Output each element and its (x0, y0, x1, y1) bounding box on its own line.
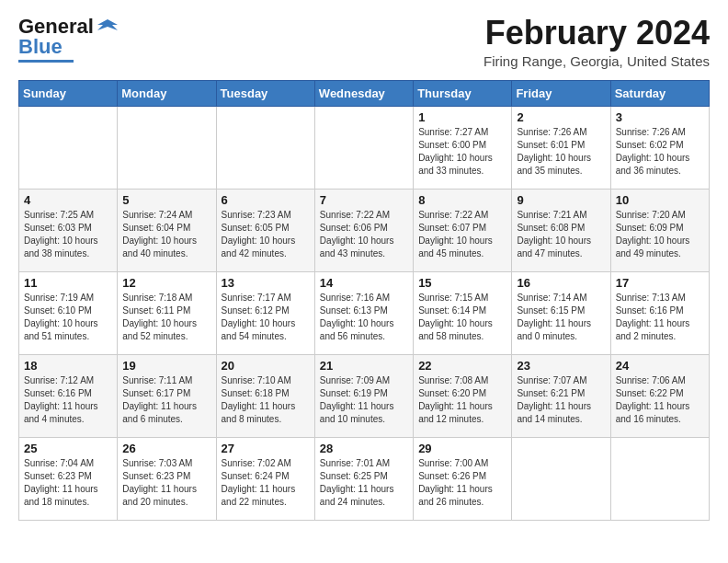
day-number: 14 (320, 276, 408, 290)
calendar-cell: 13Sunrise: 7:17 AM Sunset: 6:12 PM Dayli… (216, 271, 314, 354)
calendar-cell (610, 437, 709, 520)
day-info: Sunrise: 7:17 AM Sunset: 6:12 PM Dayligh… (222, 292, 310, 343)
day-number: 10 (616, 193, 704, 207)
day-info: Sunrise: 7:09 AM Sunset: 6:19 PM Dayligh… (320, 374, 408, 426)
calendar-cell: 8Sunrise: 7:22 AM Sunset: 6:07 PM Daylig… (414, 189, 512, 271)
header-day-monday: Monday (118, 80, 216, 106)
calendar-cell: 21Sunrise: 7:09 AM Sunset: 6:19 PM Dayli… (314, 354, 413, 437)
day-info: Sunrise: 7:13 AM Sunset: 6:16 PM Dayligh… (616, 292, 704, 343)
day-info: Sunrise: 7:26 AM Sunset: 6:02 PM Dayligh… (616, 126, 704, 178)
day-number: 5 (122, 193, 210, 207)
day-number: 2 (517, 110, 605, 124)
day-info: Sunrise: 7:20 AM Sunset: 6:09 PM Dayligh… (616, 209, 704, 260)
calendar-cell: 17Sunrise: 7:13 AM Sunset: 6:16 PM Dayli… (610, 271, 709, 354)
calendar-cell: 16Sunrise: 7:14 AM Sunset: 6:15 PM Dayli… (512, 271, 610, 354)
header-day-sunday: Sunday (19, 80, 118, 106)
week-row-1: 4Sunrise: 7:25 AM Sunset: 6:03 PM Daylig… (19, 189, 710, 271)
day-info: Sunrise: 7:01 AM Sunset: 6:25 PM Dayligh… (320, 457, 408, 509)
day-number: 19 (122, 359, 210, 373)
day-number: 4 (24, 193, 112, 207)
calendar-cell (512, 437, 610, 520)
header-day-friday: Friday (512, 80, 610, 106)
day-number: 16 (517, 276, 605, 290)
header: General Blue February 2024 Firing Range,… (18, 15, 710, 69)
calendar-cell: 27Sunrise: 7:02 AM Sunset: 6:24 PM Dayli… (216, 437, 314, 520)
calendar-cell: 10Sunrise: 7:20 AM Sunset: 6:09 PM Dayli… (610, 189, 709, 271)
day-info: Sunrise: 7:25 AM Sunset: 6:03 PM Dayligh… (24, 209, 112, 260)
calendar-cell: 2Sunrise: 7:26 AM Sunset: 6:01 PM Daylig… (512, 106, 610, 189)
week-row-3: 18Sunrise: 7:12 AM Sunset: 6:16 PM Dayli… (19, 354, 710, 437)
day-info: Sunrise: 7:10 AM Sunset: 6:18 PM Dayligh… (222, 374, 310, 426)
day-info: Sunrise: 7:02 AM Sunset: 6:24 PM Dayligh… (222, 457, 310, 509)
location-title: Firing Range, Georgia, United States (483, 53, 710, 69)
logo-blue: Blue (18, 35, 63, 58)
day-info: Sunrise: 7:24 AM Sunset: 6:04 PM Dayligh… (122, 209, 210, 260)
calendar-cell: 29Sunrise: 7:00 AM Sunset: 6:26 PM Dayli… (414, 437, 512, 520)
calendar-cell: 28Sunrise: 7:01 AM Sunset: 6:25 PM Dayli… (314, 437, 413, 520)
calendar-cell: 9Sunrise: 7:21 AM Sunset: 6:08 PM Daylig… (512, 189, 610, 271)
calendar-cell: 20Sunrise: 7:10 AM Sunset: 6:18 PM Dayli… (216, 354, 314, 437)
day-number: 1 (418, 110, 506, 124)
day-info: Sunrise: 7:22 AM Sunset: 6:06 PM Dayligh… (320, 209, 408, 260)
calendar-cell: 11Sunrise: 7:19 AM Sunset: 6:10 PM Dayli… (19, 271, 118, 354)
day-info: Sunrise: 7:16 AM Sunset: 6:13 PM Dayligh… (320, 292, 408, 343)
day-info: Sunrise: 7:21 AM Sunset: 6:08 PM Dayligh… (517, 209, 605, 260)
day-info: Sunrise: 7:03 AM Sunset: 6:23 PM Dayligh… (122, 457, 210, 509)
day-number: 6 (222, 193, 310, 207)
day-number: 22 (418, 359, 506, 373)
header-day-tuesday: Tuesday (216, 80, 314, 106)
calendar-cell (314, 106, 413, 189)
calendar-cell: 6Sunrise: 7:23 AM Sunset: 6:05 PM Daylig… (216, 189, 314, 271)
day-info: Sunrise: 7:07 AM Sunset: 6:21 PM Dayligh… (517, 374, 605, 426)
day-number: 11 (24, 276, 112, 290)
day-info: Sunrise: 7:22 AM Sunset: 6:07 PM Dayligh… (418, 209, 506, 260)
calendar-cell: 4Sunrise: 7:25 AM Sunset: 6:03 PM Daylig… (19, 189, 118, 271)
logo-underline (18, 60, 74, 63)
day-info: Sunrise: 7:15 AM Sunset: 6:14 PM Dayligh… (418, 292, 506, 343)
calendar-cell: 24Sunrise: 7:06 AM Sunset: 6:22 PM Dayli… (610, 354, 709, 437)
calendar-cell: 12Sunrise: 7:18 AM Sunset: 6:11 PM Dayli… (118, 271, 216, 354)
day-number: 24 (616, 359, 704, 373)
day-info: Sunrise: 7:06 AM Sunset: 6:22 PM Dayligh… (616, 374, 704, 426)
calendar-cell: 23Sunrise: 7:07 AM Sunset: 6:21 PM Dayli… (512, 354, 610, 437)
day-number: 3 (616, 110, 704, 124)
day-number: 12 (122, 276, 210, 290)
calendar-cell (118, 106, 216, 189)
header-day-wednesday: Wednesday (314, 80, 413, 106)
day-info: Sunrise: 7:00 AM Sunset: 6:26 PM Dayligh… (418, 457, 506, 509)
calendar-header-row: SundayMondayTuesdayWednesdayThursdayFrid… (19, 80, 710, 106)
day-info: Sunrise: 7:18 AM Sunset: 6:11 PM Dayligh… (122, 292, 210, 343)
calendar-table: SundayMondayTuesdayWednesdayThursdayFrid… (18, 80, 710, 521)
day-info: Sunrise: 7:23 AM Sunset: 6:05 PM Dayligh… (222, 209, 310, 260)
day-number: 9 (517, 193, 605, 207)
calendar-cell: 15Sunrise: 7:15 AM Sunset: 6:14 PM Dayli… (414, 271, 512, 354)
calendar-cell: 25Sunrise: 7:04 AM Sunset: 6:23 PM Dayli… (19, 437, 118, 520)
logo: General Blue (18, 15, 118, 63)
month-title: February 2024 (483, 15, 710, 52)
day-number: 29 (418, 442, 506, 455)
title-area: February 2024 Firing Range, Georgia, Uni… (483, 15, 710, 69)
svg-marker-0 (97, 19, 118, 30)
day-number: 18 (24, 359, 112, 373)
day-info: Sunrise: 7:08 AM Sunset: 6:20 PM Dayligh… (418, 374, 506, 426)
day-number: 21 (320, 359, 408, 373)
week-row-0: 1Sunrise: 7:27 AM Sunset: 6:00 PM Daylig… (19, 106, 710, 189)
calendar-cell: 1Sunrise: 7:27 AM Sunset: 6:00 PM Daylig… (414, 106, 512, 189)
day-number: 15 (418, 276, 506, 290)
day-number: 25 (24, 442, 112, 455)
calendar-cell (216, 106, 314, 189)
day-info: Sunrise: 7:12 AM Sunset: 6:16 PM Dayligh… (24, 374, 112, 426)
calendar-cell: 3Sunrise: 7:26 AM Sunset: 6:02 PM Daylig… (610, 106, 709, 189)
day-number: 7 (320, 193, 408, 207)
day-info: Sunrise: 7:11 AM Sunset: 6:17 PM Dayligh… (122, 374, 210, 426)
calendar-cell: 5Sunrise: 7:24 AM Sunset: 6:04 PM Daylig… (118, 189, 216, 271)
day-number: 27 (222, 442, 310, 455)
day-number: 17 (616, 276, 704, 290)
calendar-cell (19, 106, 118, 189)
header-day-thursday: Thursday (414, 80, 512, 106)
day-number: 8 (418, 193, 506, 207)
week-row-2: 11Sunrise: 7:19 AM Sunset: 6:10 PM Dayli… (19, 271, 710, 354)
day-info: Sunrise: 7:19 AM Sunset: 6:10 PM Dayligh… (24, 292, 112, 343)
calendar-cell: 14Sunrise: 7:16 AM Sunset: 6:13 PM Dayli… (314, 271, 413, 354)
week-row-4: 25Sunrise: 7:04 AM Sunset: 6:23 PM Dayli… (19, 437, 710, 520)
